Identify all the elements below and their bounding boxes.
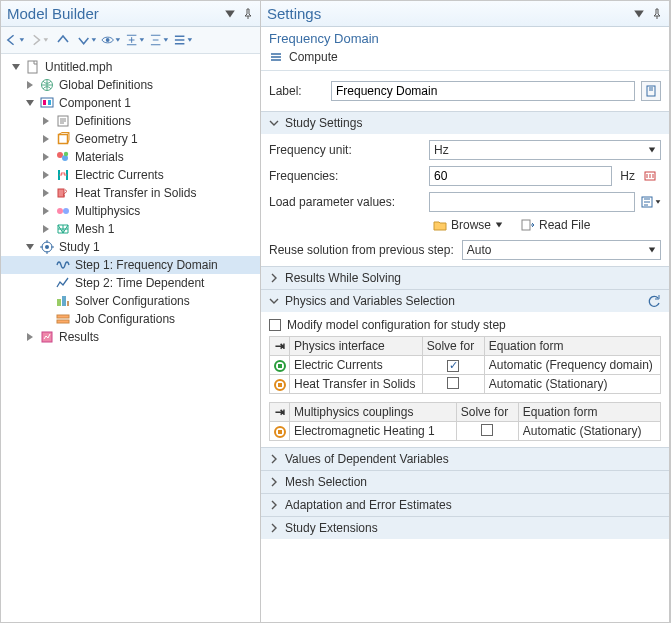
model-builder-title: Model Builder (7, 5, 224, 22)
solve-for-checkbox[interactable] (447, 360, 459, 372)
settings-panel: Settings Frequency Domain Compute Label:… (261, 1, 670, 622)
load-params-label: Load parameter values: (269, 195, 429, 209)
load-params-input[interactable] (434, 195, 630, 209)
tree-root[interactable]: Untitled.mph (1, 58, 260, 76)
settings-header: Settings (261, 1, 669, 27)
section-study-settings: Study Settings Frequency unit: Hz Freque… (261, 111, 669, 266)
reuse-combo[interactable]: Auto (462, 240, 661, 260)
electric-currents-icon (55, 167, 71, 183)
chevron-right-icon (269, 273, 279, 283)
tree-study[interactable]: Study 1 (1, 238, 260, 256)
tree-definitions[interactable]: Definitions (1, 112, 260, 130)
range-button[interactable] (639, 166, 661, 186)
chevron-right-icon (269, 477, 279, 487)
section-adaptation: Adaptation and Error Estimates (261, 493, 669, 516)
label-tag-button[interactable] (641, 81, 661, 101)
tree-component[interactable]: Component 1 (1, 94, 260, 112)
tree-mesh[interactable]: Mesh 1 (1, 220, 260, 238)
panel-menu-icon[interactable] (224, 8, 236, 20)
section-header-dependent-variables[interactable]: Values of Dependent Variables (261, 448, 669, 470)
tree-label: Study 1 (59, 240, 100, 254)
section-header-physics-vars[interactable]: Physics and Variables Selection (261, 290, 669, 312)
list-view-button[interactable] (173, 30, 193, 50)
tree-label: Step 2: Time Dependent (75, 276, 204, 290)
panel-menu-icon[interactable] (633, 8, 645, 20)
modify-config-checkbox[interactable] (269, 319, 281, 331)
tree-global-definitions[interactable]: Global Definitions (1, 76, 260, 94)
freqs-input[interactable] (434, 169, 607, 183)
nav-back-button[interactable] (5, 30, 25, 50)
cell-name: Electric Currents (290, 356, 423, 375)
section-header-results-while-solving[interactable]: Results While Solving (261, 267, 669, 289)
tree-label: Electric Currents (75, 168, 164, 182)
goto-icon (521, 218, 535, 232)
tree-label: Component 1 (59, 96, 131, 110)
tree-job-configurations[interactable]: Job Configurations (1, 310, 260, 328)
tree-multiphysics[interactable]: Multiphysics (1, 202, 260, 220)
freq-unit-value: Hz (434, 143, 449, 157)
section-header-adaptation[interactable]: Adaptation and Error Estimates (261, 494, 669, 516)
section-header-study-settings[interactable]: Study Settings (261, 112, 669, 134)
section-header-study-extensions[interactable]: Study Extensions (261, 517, 669, 539)
modify-config-checkbox-row[interactable]: Modify model configuration for study ste… (269, 318, 661, 332)
compute-button[interactable]: Compute (261, 46, 669, 71)
col-solve-for: Solve for (456, 403, 518, 422)
col-solve-for: Solve for (422, 337, 484, 356)
section-title: Physics and Variables Selection (285, 294, 641, 308)
tree-solver-configurations[interactable]: Solver Configurations (1, 292, 260, 310)
table-row[interactable]: Heat Transfer in Solids Automatic (Stati… (270, 375, 661, 394)
solver-icon (55, 293, 71, 309)
file-icon (25, 59, 41, 75)
nav-forward-button[interactable] (29, 30, 49, 50)
status-dot-green (274, 360, 286, 372)
collapse-all-button[interactable] (125, 30, 145, 50)
cell-eq: Automatic (Stationary) (484, 375, 660, 394)
tree-electric-currents[interactable]: Electric Currents (1, 166, 260, 184)
table-corner[interactable]: ⇥ (270, 337, 290, 356)
table-row[interactable]: Electric Currents Automatic (Frequency d… (270, 356, 661, 375)
reset-icon[interactable] (647, 294, 661, 308)
folder-icon (433, 218, 447, 232)
chevron-down-icon (495, 221, 503, 229)
browse-button[interactable]: Browse (429, 216, 507, 234)
status-cell (270, 375, 290, 394)
tree-heat-transfer[interactable]: Heat Transfer in Solids (1, 184, 260, 202)
show-button[interactable] (101, 30, 121, 50)
section-header-mesh-selection[interactable]: Mesh Selection (261, 471, 669, 493)
label-input[interactable] (331, 81, 635, 101)
nav-up-button[interactable] (53, 30, 73, 50)
tree-materials[interactable]: Materials (1, 148, 260, 166)
tree-root-label: Untitled.mph (45, 60, 112, 74)
study-icon (39, 239, 55, 255)
freqs-unit: Hz (620, 169, 635, 183)
tree-step2-time-dependent[interactable]: Step 2: Time Dependent (1, 274, 260, 292)
read-file-button[interactable]: Read File (517, 216, 594, 234)
tree-step1-frequency-domain[interactable]: Step 1: Frequency Domain (1, 256, 260, 274)
modify-config-label: Modify model configuration for study ste… (287, 318, 506, 332)
solve-for-checkbox[interactable] (447, 377, 459, 389)
pin-icon[interactable] (242, 8, 254, 20)
expand-all-button[interactable] (149, 30, 169, 50)
pin-icon[interactable] (651, 8, 663, 20)
section-title: Study Settings (285, 116, 661, 130)
file-list-button[interactable] (639, 192, 661, 212)
tree-geometry[interactable]: Geometry 1 (1, 130, 260, 148)
tree-label: Multiphysics (75, 204, 140, 218)
chevron-down-icon (648, 146, 656, 154)
nav-down-button[interactable] (77, 30, 97, 50)
tree-results[interactable]: Results (1, 328, 260, 346)
freq-unit-combo[interactable]: Hz (429, 140, 661, 160)
component-icon (39, 95, 55, 111)
heat-transfer-icon (55, 185, 71, 201)
reuse-value: Auto (467, 243, 492, 257)
table-row[interactable]: Electromagnetic Heating 1 Automatic (Sta… (270, 422, 661, 441)
table-corner[interactable]: ⇥ (270, 403, 290, 422)
job-icon (55, 311, 71, 327)
cell-eq: Automatic (Stationary) (518, 422, 660, 441)
settings-title: Settings (267, 5, 633, 22)
solve-for-checkbox[interactable] (481, 424, 493, 436)
model-builder-toolbar (1, 27, 260, 54)
chevron-down-icon (648, 246, 656, 254)
cell-eq: Automatic (Frequency domain) (484, 356, 660, 375)
col-physics-interface: Physics interface (290, 337, 423, 356)
